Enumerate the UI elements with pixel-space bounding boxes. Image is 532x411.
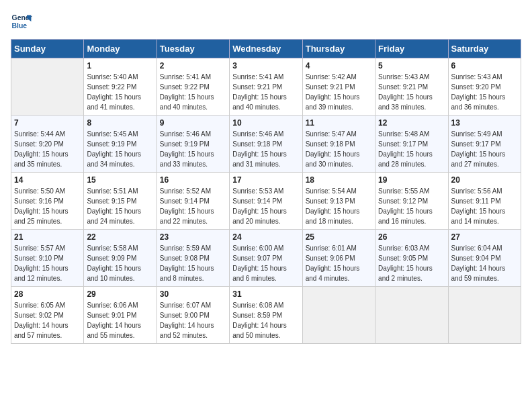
calendar-cell: 6Sunrise: 5:43 AM Sunset: 9:20 PM Daylig… xyxy=(448,58,521,116)
calendar-cell: 29Sunrise: 6:06 AM Sunset: 9:01 PM Dayli… xyxy=(84,287,157,344)
day-number: 10 xyxy=(232,118,299,128)
logo-icon: General Blue xyxy=(11,11,32,32)
day-info: Sunrise: 6:08 AM Sunset: 8:59 PM Dayligh… xyxy=(232,300,299,340)
day-info: Sunrise: 5:41 AM Sunset: 9:21 PM Dayligh… xyxy=(232,72,299,112)
day-number: 6 xyxy=(451,61,518,71)
calendar-cell: 16Sunrise: 5:52 AM Sunset: 9:14 PM Dayli… xyxy=(157,173,229,230)
day-number: 23 xyxy=(160,232,226,242)
day-info: Sunrise: 5:56 AM Sunset: 9:11 PM Dayligh… xyxy=(451,186,518,226)
calendar-cell xyxy=(448,287,521,344)
day-number: 1 xyxy=(87,61,153,71)
calendar-week-1: 1Sunrise: 5:40 AM Sunset: 9:22 PM Daylig… xyxy=(11,58,521,116)
calendar-week-2: 7Sunrise: 5:44 AM Sunset: 9:20 PM Daylig… xyxy=(11,116,521,173)
day-number: 14 xyxy=(14,175,81,185)
calendar-cell: 30Sunrise: 6:07 AM Sunset: 9:00 PM Dayli… xyxy=(157,287,229,344)
calendar-cell: 1Sunrise: 5:40 AM Sunset: 9:22 PM Daylig… xyxy=(84,58,157,116)
calendar-cell: 7Sunrise: 5:44 AM Sunset: 9:20 PM Daylig… xyxy=(11,116,84,173)
day-info: Sunrise: 6:06 AM Sunset: 9:01 PM Dayligh… xyxy=(87,300,153,340)
calendar-cell: 9Sunrise: 5:46 AM Sunset: 9:19 PM Daylig… xyxy=(157,116,229,173)
day-info: Sunrise: 5:54 AM Sunset: 9:13 PM Dayligh… xyxy=(306,186,372,226)
day-number: 27 xyxy=(451,232,518,242)
day-info: Sunrise: 5:42 AM Sunset: 9:21 PM Dayligh… xyxy=(306,72,372,112)
day-info: Sunrise: 6:04 AM Sunset: 9:04 PM Dayligh… xyxy=(451,243,518,283)
calendar-cell: 13Sunrise: 5:49 AM Sunset: 9:17 PM Dayli… xyxy=(448,116,521,173)
header-day-saturday: Saturday xyxy=(448,40,521,58)
calendar-header: SundayMondayTuesdayWednesdayThursdayFrid… xyxy=(11,40,521,58)
calendar-week-5: 28Sunrise: 6:05 AM Sunset: 9:02 PM Dayli… xyxy=(11,287,521,344)
calendar-cell: 10Sunrise: 5:46 AM Sunset: 9:18 PM Dayli… xyxy=(230,116,302,173)
day-info: Sunrise: 5:59 AM Sunset: 9:08 PM Dayligh… xyxy=(160,243,226,283)
day-number: 13 xyxy=(451,118,518,128)
day-number: 3 xyxy=(232,61,299,71)
day-info: Sunrise: 6:03 AM Sunset: 9:05 PM Dayligh… xyxy=(378,243,445,283)
header: General Blue xyxy=(11,11,521,32)
calendar-cell: 23Sunrise: 5:59 AM Sunset: 9:08 PM Dayli… xyxy=(157,230,229,287)
calendar-cell: 31Sunrise: 6:08 AM Sunset: 8:59 PM Dayli… xyxy=(230,287,302,344)
day-number: 9 xyxy=(160,118,226,128)
day-number: 20 xyxy=(451,175,518,185)
day-number: 22 xyxy=(87,232,153,242)
day-info: Sunrise: 5:50 AM Sunset: 9:16 PM Dayligh… xyxy=(14,186,81,226)
calendar-cell: 28Sunrise: 6:05 AM Sunset: 9:02 PM Dayli… xyxy=(11,287,84,344)
day-number: 31 xyxy=(232,289,299,299)
day-number: 16 xyxy=(160,175,226,185)
day-number: 21 xyxy=(14,232,81,242)
header-day-friday: Friday xyxy=(375,40,448,58)
header-day-thursday: Thursday xyxy=(302,40,375,58)
calendar-cell: 2Sunrise: 5:41 AM Sunset: 9:22 PM Daylig… xyxy=(157,58,229,116)
header-day-monday: Monday xyxy=(84,40,157,58)
day-number: 17 xyxy=(232,175,299,185)
day-number: 12 xyxy=(378,118,445,128)
header-row: SundayMondayTuesdayWednesdayThursdayFrid… xyxy=(11,40,521,58)
svg-text:Blue: Blue xyxy=(12,22,28,30)
day-number: 18 xyxy=(306,175,372,185)
day-info: Sunrise: 5:44 AM Sunset: 9:20 PM Dayligh… xyxy=(14,129,81,169)
calendar-cell: 15Sunrise: 5:51 AM Sunset: 9:15 PM Dayli… xyxy=(84,173,157,230)
calendar-cell: 11Sunrise: 5:47 AM Sunset: 9:18 PM Dayli… xyxy=(302,116,375,173)
calendar-cell: 14Sunrise: 5:50 AM Sunset: 9:16 PM Dayli… xyxy=(11,173,84,230)
day-number: 5 xyxy=(378,61,445,71)
calendar-cell: 4Sunrise: 5:42 AM Sunset: 9:21 PM Daylig… xyxy=(302,58,375,116)
day-number: 15 xyxy=(87,175,153,185)
day-number: 11 xyxy=(306,118,372,128)
day-info: Sunrise: 5:52 AM Sunset: 9:14 PM Dayligh… xyxy=(160,186,226,226)
calendar-cell: 24Sunrise: 6:00 AM Sunset: 9:07 PM Dayli… xyxy=(230,230,302,287)
header-day-sunday: Sunday xyxy=(11,40,84,58)
header-day-tuesday: Tuesday xyxy=(157,40,229,58)
calendar-cell: 22Sunrise: 5:58 AM Sunset: 9:09 PM Dayli… xyxy=(84,230,157,287)
calendar-body: 1Sunrise: 5:40 AM Sunset: 9:22 PM Daylig… xyxy=(11,58,521,344)
day-number: 26 xyxy=(378,232,445,242)
calendar-week-4: 21Sunrise: 5:57 AM Sunset: 9:10 PM Dayli… xyxy=(11,230,521,287)
day-info: Sunrise: 5:41 AM Sunset: 9:22 PM Dayligh… xyxy=(160,72,226,112)
day-info: Sunrise: 6:05 AM Sunset: 9:02 PM Dayligh… xyxy=(14,300,81,340)
day-number: 4 xyxy=(306,61,372,71)
day-info: Sunrise: 5:53 AM Sunset: 9:14 PM Dayligh… xyxy=(232,186,299,226)
calendar-cell: 20Sunrise: 5:56 AM Sunset: 9:11 PM Dayli… xyxy=(448,173,521,230)
day-number: 25 xyxy=(306,232,372,242)
day-info: Sunrise: 6:00 AM Sunset: 9:07 PM Dayligh… xyxy=(232,243,299,283)
calendar-cell: 8Sunrise: 5:45 AM Sunset: 9:19 PM Daylig… xyxy=(84,116,157,173)
day-info: Sunrise: 5:40 AM Sunset: 9:22 PM Dayligh… xyxy=(87,72,153,112)
day-info: Sunrise: 5:51 AM Sunset: 9:15 PM Dayligh… xyxy=(87,186,153,226)
day-info: Sunrise: 5:57 AM Sunset: 9:10 PM Dayligh… xyxy=(14,243,81,283)
day-number: 30 xyxy=(160,289,226,299)
day-number: 24 xyxy=(232,232,299,242)
calendar-cell: 27Sunrise: 6:04 AM Sunset: 9:04 PM Dayli… xyxy=(448,230,521,287)
calendar-cell: 21Sunrise: 5:57 AM Sunset: 9:10 PM Dayli… xyxy=(11,230,84,287)
day-info: Sunrise: 5:45 AM Sunset: 9:19 PM Dayligh… xyxy=(87,129,153,169)
calendar-cell: 17Sunrise: 5:53 AM Sunset: 9:14 PM Dayli… xyxy=(230,173,302,230)
calendar-cell: 5Sunrise: 5:43 AM Sunset: 9:21 PM Daylig… xyxy=(375,58,448,116)
calendar-cell: 12Sunrise: 5:48 AM Sunset: 9:17 PM Dayli… xyxy=(375,116,448,173)
day-number: 29 xyxy=(87,289,153,299)
calendar-cell: 25Sunrise: 6:01 AM Sunset: 9:06 PM Dayli… xyxy=(302,230,375,287)
day-number: 8 xyxy=(87,118,153,128)
header-day-wednesday: Wednesday xyxy=(230,40,302,58)
day-info: Sunrise: 5:49 AM Sunset: 9:17 PM Dayligh… xyxy=(451,129,518,169)
day-info: Sunrise: 6:01 AM Sunset: 9:06 PM Dayligh… xyxy=(306,243,372,283)
calendar-cell: 3Sunrise: 5:41 AM Sunset: 9:21 PM Daylig… xyxy=(230,58,302,116)
day-info: Sunrise: 5:43 AM Sunset: 9:21 PM Dayligh… xyxy=(378,72,445,112)
day-info: Sunrise: 5:55 AM Sunset: 9:12 PM Dayligh… xyxy=(378,186,445,226)
day-number: 19 xyxy=(378,175,445,185)
calendar-cell xyxy=(375,287,448,344)
day-info: Sunrise: 6:07 AM Sunset: 9:00 PM Dayligh… xyxy=(160,300,226,340)
